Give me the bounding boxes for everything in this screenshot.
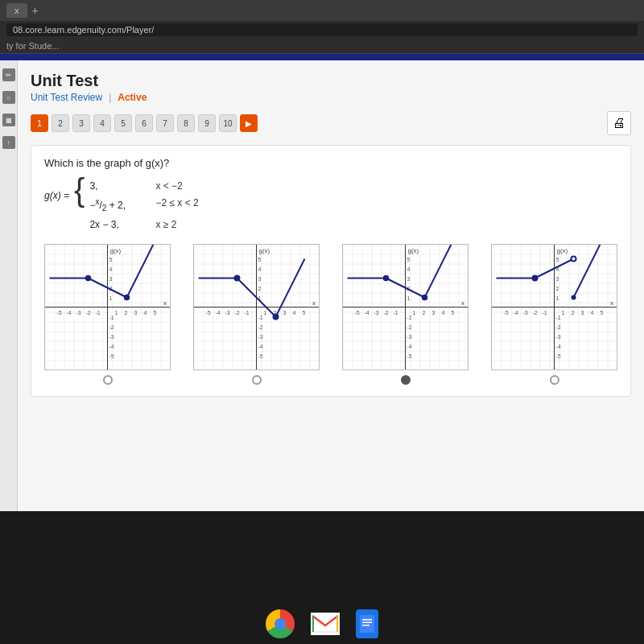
- sidebar: ✏ ○ ▦ ↑: [0, 60, 18, 511]
- nav-btn-4[interactable]: 4: [93, 114, 111, 132]
- case-row-3: 2x − 3, x ≥ 2: [89, 217, 198, 233]
- bookmark-label: ty for Stude...: [6, 41, 59, 51]
- case-3-expr: 2x − 3,: [89, 217, 146, 233]
- question-card: Which is the graph of g(x)? g(x) = { 3, …: [31, 145, 631, 397]
- breadcrumb-separator: |: [109, 92, 111, 103]
- nav-btn-10[interactable]: 10: [219, 114, 237, 132]
- page-title: Unit Test: [31, 72, 631, 90]
- new-tab-button[interactable]: +: [32, 4, 39, 17]
- sidebar-icon-calc[interactable]: ▦: [2, 114, 15, 126]
- graph-container-4: [491, 244, 617, 385]
- gmail-taskbar-icon[interactable]: [311, 613, 340, 635]
- case-row-2: −x/2 + 2, −2 ≤ x < 2: [89, 196, 198, 215]
- case-row-1: 3, x < −2: [89, 179, 198, 194]
- address-bar[interactable]: 08.core.learn.edgenuity.com/Player/: [6, 23, 638, 36]
- sidebar-icon-pencil[interactable]: ✏: [2, 68, 15, 81]
- nav-btn-6[interactable]: 6: [135, 114, 153, 132]
- function-block: g(x) = { 3, x < −2 −x/2 + 2, −2 ≤ x < 2 …: [44, 177, 617, 233]
- graph-container-1: [44, 244, 171, 385]
- case-2-domain: −2 ≤ x < 2: [155, 196, 198, 215]
- breadcrumb-active: Active: [118, 92, 147, 103]
- chrome-taskbar-icon[interactable]: [266, 609, 295, 638]
- sidebar-icon-circle[interactable]: ○: [2, 91, 15, 104]
- radio-option-2[interactable]: [252, 375, 262, 385]
- taskbar: [0, 604, 644, 644]
- graph-container-2: [193, 244, 320, 385]
- breadcrumb: Unit Test Review | Active: [31, 92, 631, 103]
- svg-rect-4: [362, 619, 372, 621]
- nav-btn-1[interactable]: 1: [31, 114, 48, 132]
- case-1-domain: x < −2: [155, 179, 182, 194]
- function-label: g(x) =: [44, 190, 69, 201]
- case-2-expr: −x/2 + 2,: [89, 196, 146, 215]
- case-1-expr: 3,: [89, 179, 146, 194]
- tab-bar: x +: [0, 0, 644, 21]
- nav-buttons-row: 1 2 3 4 5 6 7 8 9 10 ▶ 🖨: [31, 111, 631, 135]
- radio-option-4[interactable]: [550, 375, 559, 385]
- docs-taskbar-icon[interactable]: [356, 609, 378, 638]
- address-bar-row: 08.core.learn.edgenuity.com/Player/: [0, 21, 644, 39]
- piecewise-cases: 3, x < −2 −x/2 + 2, −2 ≤ x < 2 2x − 3, x…: [89, 177, 198, 233]
- nav-btn-8[interactable]: 8: [177, 114, 195, 132]
- graph-canvas-3: [342, 244, 469, 370]
- svg-rect-3: [360, 615, 374, 633]
- radio-option-3[interactable]: [401, 375, 411, 385]
- tab-close-icon[interactable]: x: [14, 6, 19, 15]
- edgenuity-top-bar: [0, 54, 644, 60]
- nav-btn-5[interactable]: 5: [114, 114, 132, 132]
- nav-btn-next[interactable]: ▶: [240, 114, 258, 132]
- print-button[interactable]: 🖨: [607, 111, 631, 135]
- svg-rect-1: [312, 616, 314, 632]
- breadcrumb-link[interactable]: Unit Test Review: [31, 92, 102, 103]
- svg-rect-2: [336, 616, 338, 632]
- nav-btn-9[interactable]: 9: [198, 114, 216, 132]
- nav-btn-2[interactable]: 2: [52, 114, 69, 132]
- brace-icon: {: [74, 174, 85, 206]
- svg-rect-5: [362, 622, 372, 624]
- browser-tab[interactable]: x: [6, 3, 27, 18]
- question-text: Which is the graph of g(x)?: [44, 157, 617, 169]
- graph-container-3: [342, 244, 469, 385]
- print-icon: 🖨: [613, 116, 625, 130]
- bookmark-bar: ty for Stude...: [0, 39, 644, 54]
- sidebar-icon-arrow[interactable]: ↑: [2, 136, 15, 149]
- nav-btn-7[interactable]: 7: [156, 114, 174, 132]
- radio-option-1[interactable]: [103, 375, 113, 385]
- graph-canvas-1: [44, 244, 171, 370]
- svg-rect-6: [362, 625, 369, 626]
- graphs-row: [44, 244, 617, 385]
- nav-btn-3[interactable]: 3: [72, 114, 90, 132]
- page-content: Unit Test Unit Test Review | Active 1 2 …: [18, 60, 644, 511]
- graph-canvas-4: [491, 244, 617, 370]
- graph-canvas-2: [193, 244, 320, 370]
- case-3-domain: x ≥ 2: [155, 217, 176, 233]
